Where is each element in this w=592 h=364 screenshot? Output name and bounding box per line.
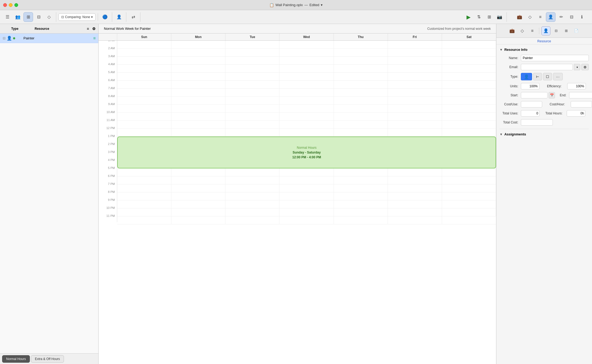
blue-box-button[interactable]: 🔵	[100, 12, 110, 22]
time-cell-10-5[interactable]	[388, 121, 442, 129]
time-cell-22-4[interactable]	[334, 216, 388, 224]
time-cell-10-3[interactable]	[279, 121, 334, 129]
time-cell-8-3[interactable]	[279, 105, 334, 113]
start-date-input[interactable]	[521, 92, 548, 98]
time-cell-9-4[interactable]	[334, 113, 388, 121]
time-cell-22-1[interactable]	[171, 216, 225, 224]
time-cell-17-5[interactable]	[388, 176, 442, 184]
time-cell-0-3[interactable]	[279, 41, 334, 49]
edit-table-button[interactable]: ✏	[556, 12, 566, 22]
time-cell-4-6[interactable]	[442, 73, 496, 81]
maximize-button[interactable]	[14, 3, 18, 7]
network-button[interactable]: ⊞	[484, 12, 494, 22]
time-cell-10-6[interactable]	[442, 121, 496, 129]
time-cell-16-3[interactable]	[279, 168, 334, 176]
time-cell-3-6[interactable]	[442, 65, 496, 73]
time-cell-9-2[interactable]	[225, 113, 279, 121]
time-cell-2-3[interactable]	[279, 57, 334, 65]
time-cell-6-3[interactable]	[279, 89, 334, 97]
briefcase-button[interactable]: 💼	[515, 12, 524, 22]
email-gear-button[interactable]: ⚙	[581, 64, 589, 70]
time-cell-18-3[interactable]	[279, 184, 334, 192]
time-cell-7-0[interactable]	[117, 97, 171, 105]
info-button[interactable]: ℹ	[577, 12, 587, 22]
time-cell-21-0[interactable]	[117, 208, 171, 216]
time-cell-3-1[interactable]	[171, 65, 225, 73]
camera-button[interactable]: 📷	[495, 12, 504, 22]
time-cell-4-4[interactable]	[334, 73, 388, 81]
time-cell-17-0[interactable]	[117, 176, 171, 184]
time-cell-21-1[interactable]	[171, 208, 225, 216]
name-input[interactable]	[521, 55, 589, 61]
type-other-button[interactable]: ···	[553, 73, 563, 80]
time-cell-16-4[interactable]	[334, 168, 388, 176]
time-cell-0-4[interactable]	[334, 41, 388, 49]
rtb-grid[interactable]: ⊞	[562, 26, 571, 35]
time-cell-21-3[interactable]	[279, 208, 334, 216]
time-cell-19-0[interactable]	[117, 192, 171, 200]
time-cell-5-5[interactable]	[388, 81, 442, 89]
time-cell-11-3[interactable]	[279, 129, 334, 136]
network-view-button[interactable]: ◇	[44, 12, 54, 22]
time-cell-2-6[interactable]	[442, 57, 496, 65]
add-person-button[interactable]: 👤	[114, 12, 124, 22]
diamond-button[interactable]: ◇	[525, 12, 535, 22]
rtb-diamond[interactable]: ◇	[518, 26, 527, 35]
time-cell-17-2[interactable]	[225, 176, 279, 184]
time-cell-4-1[interactable]	[171, 73, 225, 81]
time-cell-16-5[interactable]	[388, 168, 442, 176]
time-cell-17-6[interactable]	[442, 176, 496, 184]
time-cell-6-1[interactable]	[171, 89, 225, 97]
filter-icon[interactable]: ≡	[87, 27, 89, 31]
time-cell-6-2[interactable]	[225, 89, 279, 97]
time-cell-8-5[interactable]	[388, 105, 442, 113]
time-cell-5-6[interactable]	[442, 81, 496, 89]
end-date-input[interactable]	[569, 92, 592, 98]
resource-info-toggle[interactable]: ▼	[500, 48, 503, 52]
time-cell-18-2[interactable]	[225, 184, 279, 192]
time-cell-20-6[interactable]	[442, 200, 496, 208]
time-cell-22-3[interactable]	[279, 216, 334, 224]
total-uses-input[interactable]	[521, 110, 540, 117]
time-cell-2-4[interactable]	[334, 57, 388, 65]
time-cell-8-2[interactable]	[225, 105, 279, 113]
rtb-briefcase[interactable]: 💼	[508, 26, 517, 35]
time-cell-22-0[interactable]	[117, 216, 171, 224]
time-cell-18-4[interactable]	[334, 184, 388, 192]
units-input[interactable]	[521, 83, 540, 89]
type-person-button[interactable]: 👤	[521, 73, 532, 80]
level-button[interactable]: ⇅	[474, 12, 484, 22]
sidebar-toggle-button[interactable]: ☰	[3, 12, 12, 22]
time-cell-22-6[interactable]	[442, 216, 496, 224]
time-cell-22-2[interactable]	[225, 216, 279, 224]
time-cell-16-6[interactable]	[442, 168, 496, 176]
time-cell-20-5[interactable]	[388, 200, 442, 208]
time-cell-18-1[interactable]	[171, 184, 225, 192]
time-cell-9-0[interactable]	[117, 113, 171, 121]
time-cell-16-2[interactable]	[225, 168, 279, 176]
time-cell-20-0[interactable]	[117, 200, 171, 208]
time-cell-3-2[interactable]	[225, 65, 279, 73]
grid-inspector-button[interactable]: ⊟	[567, 12, 576, 22]
resource-action-icon[interactable]: ≡	[93, 36, 96, 41]
time-cell-21-4[interactable]	[334, 208, 388, 216]
efficiency-input[interactable]	[567, 83, 586, 89]
time-cell-7-6[interactable]	[442, 97, 496, 105]
time-cell-8-6[interactable]	[442, 105, 496, 113]
time-cell-2-1[interactable]	[171, 57, 225, 65]
time-cell-1-6[interactable]	[442, 49, 496, 57]
normal-hours-tab[interactable]: Normal Hours	[2, 355, 30, 363]
cost-hour-input[interactable]	[571, 101, 592, 107]
time-cell-7-5[interactable]	[388, 97, 442, 105]
type-material-button[interactable]: ☐	[543, 73, 552, 80]
time-cell-1-5[interactable]	[388, 49, 442, 57]
time-cell-11-0[interactable]	[117, 129, 171, 136]
time-cell-6-4[interactable]	[334, 89, 388, 97]
time-cell-19-6[interactable]	[442, 192, 496, 200]
time-cell-17-4[interactable]	[334, 176, 388, 184]
compare-button[interactable]: ⊡ Comparing: None ▾	[58, 13, 96, 21]
calendar-view-button[interactable]: ⊞	[23, 12, 33, 22]
time-cell-1-0[interactable]	[117, 49, 171, 57]
time-cell-1-1[interactable]	[171, 49, 225, 57]
time-cell-21-6[interactable]	[442, 208, 496, 216]
